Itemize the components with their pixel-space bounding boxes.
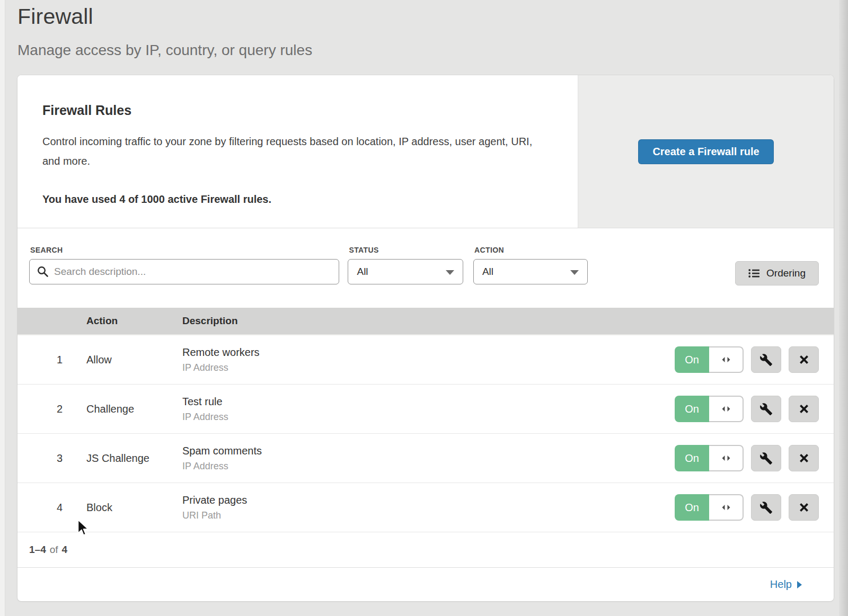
rule-description: Remote workers — [182, 346, 675, 359]
rule-description-cell: Remote workers IP Address — [182, 346, 675, 373]
rule-priority: 2 — [17, 403, 63, 415]
status-selected-value: All — [357, 266, 368, 278]
search-label: SEARCH — [30, 246, 339, 254]
rule-enabled-toggle[interactable]: On — [675, 494, 744, 521]
delete-rule-button[interactable] — [789, 346, 819, 373]
rule-match-type: IP Address — [182, 461, 675, 472]
rule-controls: On — [675, 494, 834, 521]
page-title: Firewall — [17, 4, 312, 29]
action-column-header: Action — [86, 315, 182, 327]
create-firewall-rule-button[interactable]: Create a Firewall rule — [638, 139, 773, 164]
table-row: 2 Challenge Test rule IP Address On — [17, 385, 834, 434]
toggle-handle[interactable] — [709, 445, 744, 471]
rules-table-body: 1 Allow Remote workers IP Address On — [17, 335, 834, 532]
help-link-label: Help — [770, 578, 792, 591]
toggle-handle[interactable] — [709, 396, 744, 422]
table-row: 4 Block Private pages URI Path On — [17, 483, 834, 532]
close-icon — [798, 403, 810, 415]
ordering-button-label: Ordering — [766, 267, 806, 279]
close-icon — [798, 502, 810, 513]
rule-enabled-toggle[interactable]: On — [675, 445, 744, 471]
action-selected-value: All — [482, 266, 493, 278]
delete-rule-button[interactable] — [789, 396, 819, 422]
toggle-handle[interactable] — [709, 494, 744, 521]
rule-enabled-toggle[interactable]: On — [675, 396, 744, 422]
delete-rule-button[interactable] — [789, 494, 819, 521]
rule-action: Block — [86, 502, 182, 514]
edit-rule-button[interactable] — [751, 445, 781, 471]
toggle-arrows-icon — [721, 504, 731, 511]
intro-section: Firewall Rules Control incoming traffic … — [17, 75, 834, 228]
toggle-on-label[interactable]: On — [675, 494, 709, 521]
edit-rule-button[interactable] — [751, 396, 781, 422]
rule-match-type: URI Path — [182, 510, 675, 521]
rule-action: JS Challenge — [86, 452, 182, 465]
wrench-icon — [759, 501, 773, 514]
pagination-total: 4 — [62, 544, 68, 556]
rule-priority: 3 — [17, 452, 63, 465]
panel-footer: Help — [17, 568, 834, 601]
help-link[interactable]: Help — [770, 578, 802, 591]
rule-description-cell: Test rule IP Address — [182, 396, 675, 423]
rule-priority: 1 — [17, 354, 63, 366]
status-select[interactable]: All — [348, 259, 463, 284]
toggle-arrows-icon — [721, 356, 731, 363]
rule-controls: On — [675, 396, 834, 422]
rule-description-cell: Spam comments IP Address — [182, 445, 675, 472]
rule-action: Allow — [86, 354, 182, 366]
close-icon — [798, 452, 810, 464]
wrench-icon — [759, 452, 773, 465]
pagination-range: 1–4 — [29, 544, 46, 556]
pagination-of-label: of — [50, 544, 58, 556]
search-icon — [37, 265, 49, 280]
toggle-on-label[interactable]: On — [675, 346, 709, 373]
table-row: 3 JS Challenge Spam comments IP Address … — [17, 434, 834, 483]
table-row: 1 Allow Remote workers IP Address On — [17, 335, 834, 385]
rule-controls: On — [675, 445, 834, 471]
intro-text-block: Firewall Rules Control incoming traffic … — [17, 75, 578, 228]
firewall-rules-panel: Firewall Rules Control incoming traffic … — [17, 75, 834, 601]
action-label: ACTION — [474, 246, 588, 254]
filter-bar: SEARCH STATUS All ACTION All — [17, 228, 834, 308]
rule-description: Test rule — [182, 396, 675, 408]
wrench-icon — [759, 403, 773, 416]
intro-action-block: Create a Firewall rule — [578, 75, 834, 228]
rule-priority: 4 — [17, 502, 63, 514]
toggle-arrows-icon — [721, 406, 731, 412]
wrench-icon — [759, 353, 773, 367]
status-label: STATUS — [349, 246, 463, 254]
window-right-scrollbar-track[interactable] — [839, 0, 848, 616]
section-heading: Firewall Rules — [42, 103, 553, 118]
rule-match-type: IP Address — [182, 412, 675, 423]
rule-controls: On — [675, 346, 834, 373]
description-column-header: Description — [182, 315, 834, 327]
delete-rule-button[interactable] — [789, 445, 819, 471]
chevron-down-icon — [446, 270, 454, 275]
pagination-row: 1–4 of 4 — [17, 532, 834, 568]
toggle-arrows-icon — [721, 455, 731, 461]
edit-rule-button[interactable] — [751, 494, 781, 521]
toggle-handle[interactable] — [709, 346, 744, 373]
rule-description: Spam comments — [182, 445, 675, 457]
table-header-row: Action Description — [17, 308, 834, 335]
page-subtitle: Manage access by IP, country, or query r… — [17, 42, 312, 59]
chevron-down-icon — [570, 270, 579, 275]
window-left-edge — [0, 0, 5, 616]
ordering-button[interactable]: Ordering — [735, 261, 819, 285]
rule-enabled-toggle[interactable]: On — [675, 346, 744, 373]
section-description: Control incoming traffic to your zone by… — [42, 132, 546, 171]
edit-rule-button[interactable] — [751, 346, 781, 373]
rule-action: Challenge — [86, 403, 182, 415]
toggle-on-label[interactable]: On — [675, 396, 709, 422]
list-ordering-icon — [748, 269, 760, 278]
rule-description: Private pages — [182, 494, 675, 506]
caret-right-icon — [797, 581, 802, 588]
search-input[interactable] — [29, 259, 339, 284]
rule-match-type: IP Address — [182, 362, 675, 373]
action-select[interactable]: All — [473, 259, 588, 284]
usage-summary: You have used 4 of 1000 active Firewall … — [42, 193, 553, 206]
rule-description-cell: Private pages URI Path — [182, 494, 675, 521]
close-icon — [798, 354, 810, 365]
page-header: Firewall Manage access by IP, country, o… — [17, 4, 312, 59]
toggle-on-label[interactable]: On — [675, 445, 709, 471]
